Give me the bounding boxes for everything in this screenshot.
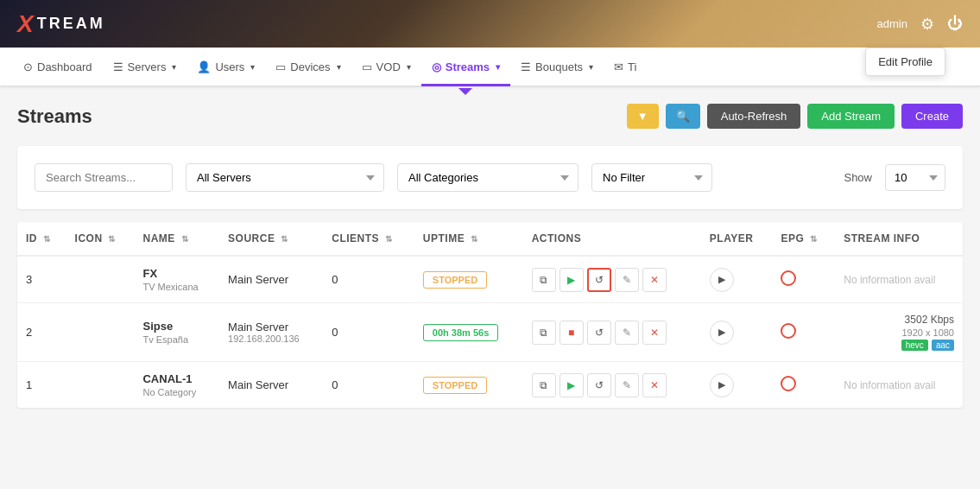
restart-button[interactable]: ↺	[587, 373, 611, 397]
col-id: ID ⇅	[17, 222, 66, 256]
col-name: NAME ⇅	[134, 222, 219, 256]
stream-name: FX	[142, 267, 211, 280]
cell-source: Main Server 192.168.200.136	[219, 303, 323, 362]
col-source: SOURCE ⇅	[219, 222, 323, 256]
stream-info-detail: 3502 Kbps 1920 x 1080 hevc aac	[844, 314, 954, 351]
servers-icon: ☰	[113, 60, 123, 73]
delete-button[interactable]: ✕	[642, 321, 667, 345]
active-nav-indicator	[458, 88, 472, 95]
nav-ti[interactable]: ✉ Ti	[604, 48, 647, 86]
delete-button[interactable]: ✕	[642, 268, 667, 292]
cell-clients: 0	[323, 303, 414, 362]
create-button[interactable]: Create	[901, 104, 963, 129]
stop-button[interactable]: ■	[560, 321, 584, 345]
search-icon: 🔍	[676, 110, 690, 123]
cell-player: ▶	[701, 362, 773, 409]
copy-button[interactable]: ⧉	[532, 373, 556, 397]
filter-button[interactable]: ▼	[627, 104, 659, 129]
cell-player: ▶	[701, 303, 773, 362]
navbar: ⊙ Dashboard ☰ Servers ▾ 👤 Users ▾ ▭ Devi…	[0, 48, 980, 86]
cell-name: CANAL-1 No Category	[134, 362, 219, 409]
stream-name: CANAL-1	[142, 372, 211, 385]
cell-stream-info: 3502 Kbps 1920 x 1080 hevc aac	[835, 303, 963, 362]
header-right: admin ⚙ ⏻	[877, 15, 963, 34]
cell-clients: 0	[323, 256, 414, 303]
action-buttons: ⧉ ▶ ↺ ✎ ✕	[532, 373, 692, 397]
play-button[interactable]: ▶	[560, 373, 584, 397]
filter-icon: ▼	[637, 110, 648, 123]
cell-epg	[772, 256, 835, 303]
nav-users[interactable]: 👤 Users ▾	[187, 48, 265, 86]
cell-source: Main Server	[219, 362, 323, 409]
col-player: PLAYER	[701, 222, 773, 256]
nav-users-label: Users	[215, 60, 244, 73]
player-button[interactable]: ▶	[710, 268, 734, 292]
autorefresh-button[interactable]: Auto-Refresh	[707, 104, 801, 129]
nav-streams[interactable]: ◎ Streams ▾	[421, 48, 510, 86]
search-input[interactable]	[35, 163, 173, 192]
delete-button[interactable]: ✕	[642, 373, 667, 397]
cell-icon	[66, 362, 135, 409]
edit-button[interactable]: ✎	[615, 373, 639, 397]
action-buttons: ⧉ ■ ↺ ✎ ✕	[532, 321, 692, 345]
cell-id: 2	[17, 303, 66, 362]
logo-text: TREAM	[37, 15, 105, 33]
restart-button[interactable]: ↺	[587, 268, 611, 292]
uptime-badge: 00h 38m 56s	[423, 324, 498, 341]
nav-bouquets[interactable]: ☰ Bouquets ▾	[510, 48, 604, 86]
cell-stream-info: No information avail	[835, 362, 963, 409]
epg-circle	[781, 376, 796, 391]
addstream-button[interactable]: Add Stream	[807, 104, 895, 129]
nav-streams-label: Streams	[446, 60, 490, 73]
uptime-badge: STOPPED	[423, 271, 487, 289]
source-name: Main Server	[228, 378, 314, 391]
bouquets-icon: ☰	[521, 60, 531, 73]
admin-label: admin	[877, 17, 907, 30]
kbps-label: 3502 Kbps	[905, 314, 954, 326]
cell-player: ▶	[701, 256, 773, 303]
chevron-down-icon: ▾	[407, 62, 411, 72]
dashboard-icon: ⊙	[23, 60, 33, 73]
player-button[interactable]: ▶	[710, 321, 734, 345]
nav-vod[interactable]: ▭ VOD ▾	[351, 48, 421, 86]
restart-button[interactable]: ↺	[587, 321, 611, 345]
servers-select[interactable]: All Servers	[186, 163, 384, 192]
col-icon: ICON ⇅	[66, 222, 135, 256]
stream-subname: No Category	[142, 387, 211, 397]
show-select[interactable]: 10 25 50 100	[885, 164, 945, 191]
player-button[interactable]: ▶	[710, 373, 734, 397]
power-icon[interactable]: ⏻	[947, 15, 963, 33]
stream-subname: TV Mexicana	[142, 282, 211, 292]
filter-select[interactable]: No Filter	[591, 163, 712, 192]
edit-button[interactable]: ✎	[615, 268, 639, 292]
logo: X TREAM	[17, 10, 105, 38]
epg-circle	[781, 270, 796, 286]
cell-clients: 0	[323, 362, 414, 409]
nav-dashboard-label: Dashboard	[37, 60, 92, 73]
col-actions: ACTIONS	[523, 222, 701, 256]
nav-servers[interactable]: ☰ Servers ▾	[103, 48, 187, 86]
source-name: Main Server	[228, 273, 314, 286]
play-button[interactable]: ▶	[560, 268, 584, 292]
col-uptime: UPTIME ⇅	[414, 222, 523, 256]
filters-bar: All Servers All Categories No Filter Sho…	[17, 146, 963, 209]
action-buttons: ⧉ ▶ ↺ ✎ ✕	[532, 268, 692, 292]
nav-servers-label: Servers	[128, 60, 167, 73]
categories-select[interactable]: All Categories	[397, 163, 579, 192]
nav-dashboard[interactable]: ⊙ Dashboard	[13, 48, 103, 86]
search-button[interactable]: 🔍	[666, 104, 700, 129]
edit-button[interactable]: ✎	[615, 321, 639, 345]
cell-id: 1	[17, 362, 66, 409]
copy-button[interactable]: ⧉	[532, 268, 556, 292]
cell-actions: ⧉ ▶ ↺ ✎ ✕	[523, 256, 701, 303]
resolution-label: 1920 x 1080	[901, 327, 954, 338]
nav-vod-label: VOD	[376, 60, 401, 73]
logo-x: X	[17, 10, 34, 38]
chevron-down-icon: ▾	[589, 62, 593, 72]
settings-icon[interactable]: ⚙	[920, 15, 934, 34]
video-codec-badge: hevc	[901, 340, 928, 351]
chevron-down-icon: ▾	[496, 62, 500, 72]
copy-button[interactable]: ⧉	[532, 321, 556, 345]
no-info-label: No information avail	[844, 274, 935, 286]
nav-devices[interactable]: ▭ Devices ▾	[265, 48, 351, 86]
